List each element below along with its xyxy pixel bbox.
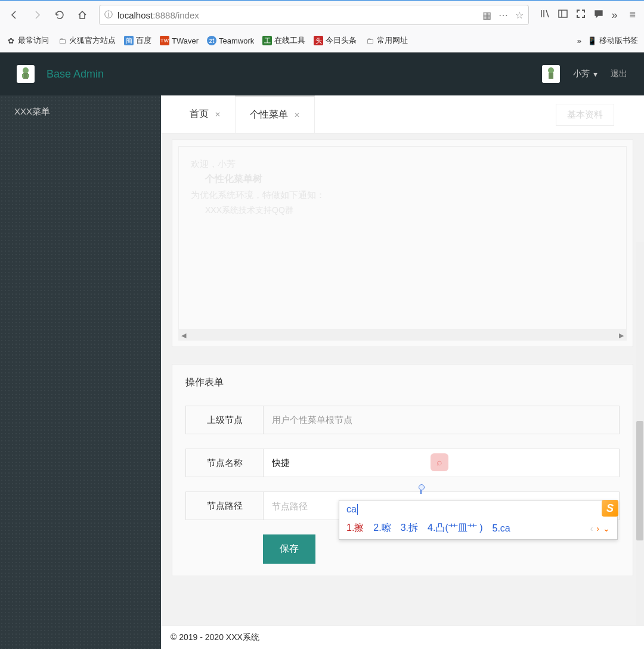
ime-candidate-1[interactable]: 1.擦 [346, 522, 364, 534]
user-avatar[interactable] [542, 65, 560, 83]
horizontal-scrollbar[interactable]: ◀ ▶ [178, 330, 627, 341]
bookmark-bar: ✿最常访问 🗀火狐官方站点 簡百度 TWTWaver ztTeamwork 工在… [0, 29, 644, 52]
reload-button[interactable] [50, 5, 69, 24]
bookmark-tools[interactable]: 工在线工具 [262, 35, 305, 46]
ime-candidate-3[interactable]: 3.拆 [401, 522, 418, 534]
tab-custom-close-icon[interactable]: ✕ [294, 111, 300, 119]
ime-candidate-2[interactable]: 2.嚓 [373, 522, 391, 534]
form-row-parent: 上级节点 [185, 406, 620, 434]
bookmark-teamwork[interactable]: ztTeamwork [207, 36, 254, 45]
svg-point-2 [23, 67, 29, 73]
sidebar-item-menu1[interactable]: XXX菜单 [0, 95, 161, 128]
bookmark-toutiao[interactable]: 头今日头条 [314, 35, 357, 46]
sogou-ime-logo-icon: S [602, 500, 618, 517]
footer: © 2019 - 2020 XXX系统 [161, 625, 644, 649]
back-button[interactable] [5, 5, 24, 24]
username-label: 小芳 [573, 69, 590, 79]
brand-title: Base Admin [47, 68, 104, 81]
main-area: 首页 ✕ 个性菜单 ✕ 基本资料 欢迎，小芳 个性化菜单树 为优化系统环境，特做… [161, 95, 644, 649]
ime-caret-marker [417, 480, 427, 494]
ghost-profile-button: 基本资料 [556, 104, 614, 126]
logout-button[interactable]: 退出 [611, 69, 627, 79]
form-panel: 操作表单 上级节点 节点名称 节点路径 保存 [172, 364, 633, 576]
scroll-thumb[interactable] [636, 421, 643, 540]
save-button[interactable]: 保存 [263, 534, 315, 564]
search-watermark-icon: ⌕ [431, 453, 448, 471]
tab-home-label: 首页 [190, 108, 209, 120]
url-text: localhost:8888/index [117, 10, 478, 20]
tab-custom-menu[interactable]: 个性菜单 ✕ [235, 95, 315, 134]
bookmark-baidu[interactable]: 簡百度 [124, 35, 151, 46]
vertical-scrollbar[interactable] [636, 242, 644, 625]
ime-expand-icon[interactable]: ⌄ [603, 524, 610, 533]
tab-bar: 首页 ✕ 个性菜单 ✕ 基本资料 [161, 95, 644, 134]
ghost-notice: 为优化系统环境，特做如下通知： [191, 190, 325, 201]
ime-pagination: ‹ › ⌄ [590, 524, 610, 533]
bookmark-twaver[interactable]: TWTWaver [160, 36, 199, 45]
sidebar-icon[interactable] [558, 8, 568, 22]
bookmark-most-visited[interactable]: ✿最常访问 [6, 35, 49, 46]
scroll-left-icon[interactable]: ◀ [178, 332, 189, 339]
app-logo [17, 65, 35, 83]
app-header: Base Admin 小芳 ▾ 退出 [0, 52, 644, 95]
svg-rect-5 [27, 74, 29, 78]
browser-nav-bar: ⓘ localhost:8888/index ▦ ⋯ ☆ » ≡ [0, 0, 644, 29]
parent-node-label: 上级节点 [185, 406, 263, 434]
bookmark-mobile[interactable]: 📱移动版书签 [587, 35, 638, 46]
svg-rect-7 [549, 73, 553, 79]
bookmark-firefox[interactable]: 🗀火狐官方站点 [57, 35, 116, 46]
ime-next-icon[interactable]: › [596, 524, 599, 533]
content-area: 欢迎，小芳 个性化菜单树 为优化系统环境，特做如下通知： XXX系统技术支持QQ… [161, 134, 644, 625]
node-name-label: 节点名称 [185, 449, 263, 477]
tab-custom-label: 个性菜单 [250, 109, 288, 121]
library-icon[interactable] [540, 8, 550, 22]
chat-icon[interactable] [593, 8, 604, 22]
overflow-icon[interactable]: » [611, 9, 617, 21]
bookmark-overflow-icon[interactable]: » [577, 36, 581, 45]
site-info-icon[interactable]: ⓘ [104, 10, 113, 20]
parent-node-input[interactable] [263, 406, 620, 434]
ime-candidates: 1.擦 2.嚓 3.拆 4.凸(艹皿艹 ) 5.ca ‹ › ⌄ [339, 518, 617, 539]
ime-composition: ca [339, 500, 617, 518]
scroll-right-icon[interactable]: ▶ [616, 332, 627, 339]
ghost-welcome: 欢迎，小芳 [191, 159, 236, 170]
ime-candidate-5[interactable]: 5.ca [492, 523, 510, 534]
svg-rect-0 [559, 10, 567, 17]
copyright-text: © 2019 - 2020 XXX系统 [171, 632, 259, 643]
ghost-tree-title: 个性化菜单树 [205, 173, 262, 186]
chevron-down-icon: ▾ [593, 69, 597, 79]
node-path-label: 节点路径 [185, 492, 263, 520]
home-button[interactable] [73, 5, 92, 24]
svg-rect-4 [22, 74, 24, 78]
page-actions-icon[interactable]: ⋯ [499, 10, 508, 21]
ime-prev-icon[interactable]: ‹ [590, 524, 593, 533]
form-row-name: 节点名称 [185, 449, 620, 477]
ghost-qq: XXX系统技术支持QQ群 [205, 205, 293, 216]
tab-home[interactable]: 首页 ✕ [175, 95, 235, 134]
menu-icon[interactable]: ≡ [629, 9, 636, 21]
url-bar[interactable]: ⓘ localhost:8888/index ▦ ⋯ ☆ [99, 5, 529, 25]
user-menu[interactable]: 小芳 ▾ [573, 69, 597, 79]
ime-candidate-4[interactable]: 4.凸(艹皿艹 ) [428, 522, 482, 534]
sidebar: XXX菜单 [0, 95, 161, 649]
ime-popup: S ca 1.擦 2.嚓 3.拆 4.凸(艹皿艹 ) 5.ca ‹ › ⌄ [339, 500, 618, 540]
forward-button[interactable] [27, 5, 47, 24]
browser-chrome: ⓘ localhost:8888/index ▦ ⋯ ☆ » ≡ ✿最常访问 🗀… [0, 0, 644, 52]
form-title: 操作表单 [185, 376, 620, 389]
screenshot-icon[interactable] [575, 8, 586, 22]
tree-area[interactable]: 欢迎，小芳 个性化菜单树 为优化系统环境，特做如下通知： XXX系统技术支持QQ… [178, 146, 627, 330]
svg-point-6 [548, 67, 554, 73]
bookmark-common[interactable]: 🗀常用网址 [365, 35, 408, 46]
tree-panel: 欢迎，小芳 个性化菜单树 为优化系统环境，特做如下通知： XXX系统技术支持QQ… [172, 140, 633, 347]
bookmark-star-icon[interactable]: ☆ [515, 10, 524, 21]
tab-home-close-icon[interactable]: ✕ [215, 110, 221, 119]
svg-rect-3 [23, 73, 28, 79]
qr-icon[interactable]: ▦ [482, 10, 491, 21]
